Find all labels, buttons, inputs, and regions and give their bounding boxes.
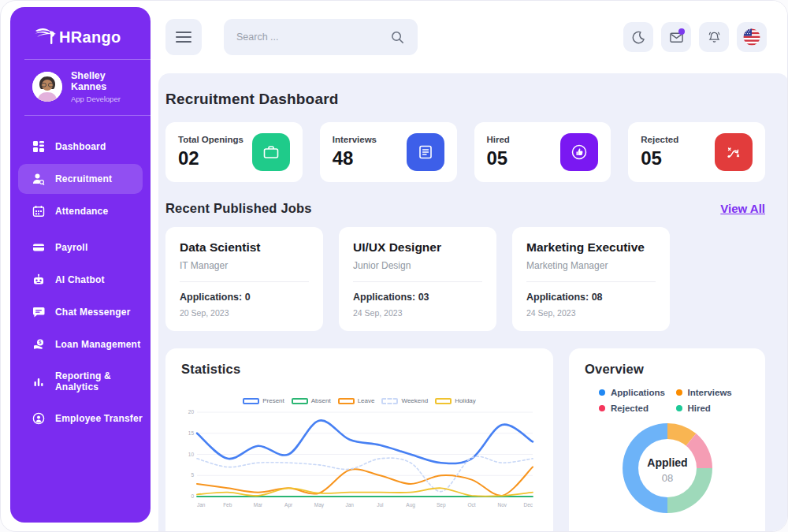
stat-value: 48 xyxy=(333,147,377,169)
legend-item-leave[interactable]: Leave xyxy=(338,397,375,404)
legend-label: Rejected xyxy=(611,404,649,413)
user-role: App Developer xyxy=(71,95,139,103)
sidebar-item-chat-messenger[interactable]: Chat Messenger xyxy=(18,297,143,327)
menu-toggle-button[interactable] xyxy=(165,19,202,55)
legend-item-rejected: Rejected xyxy=(599,404,673,413)
job-title: UI/UX Designer xyxy=(353,240,482,255)
job-subtitle: Junior Design xyxy=(353,260,482,271)
thumb-up-icon xyxy=(560,133,598,171)
avatar xyxy=(32,72,62,102)
stat-label: Rejected xyxy=(641,135,678,144)
legend-item-holiday[interactable]: Holiday xyxy=(435,397,476,404)
svg-text:May: May xyxy=(314,502,325,508)
svg-text:Jul: Jul xyxy=(377,502,384,508)
search-input[interactable] xyxy=(236,32,370,43)
moon-icon xyxy=(631,30,646,45)
sidebar-item-label: Dashboard xyxy=(55,141,106,152)
statistics-line-chart: 05101520JanFebMarAprMayJanJulAugSepOctNo… xyxy=(181,406,537,510)
robot-icon xyxy=(32,273,45,286)
sidebar-item-recruitment[interactable]: Recruitment xyxy=(18,164,143,194)
user-profile[interactable]: Shelley Kannes App Developer xyxy=(10,60,151,113)
sidebar-item-attendance[interactable]: Attendance xyxy=(18,196,143,226)
stat-card-hired: Hired 05 xyxy=(474,122,611,182)
bell-icon xyxy=(707,30,722,45)
legend-label: Leave xyxy=(358,397,375,404)
donut-wrap: Applied08 xyxy=(585,419,749,517)
sidebar-item-employee-transfer[interactable]: Employee Transfer xyxy=(18,404,143,433)
sidebar-item-label: Loan Management xyxy=(55,339,140,350)
bar-chart-icon xyxy=(32,375,45,388)
stat-value: 02 xyxy=(178,147,243,169)
svg-text:10: 10 xyxy=(188,452,195,457)
messages-button[interactable] xyxy=(661,22,691,52)
job-date: 24 Sep, 2023 xyxy=(526,308,656,318)
sidebar-nav: Dashboard Recruitment Attendance Payroll xyxy=(10,116,151,433)
job-date: 24 Sep, 2023 xyxy=(353,308,482,318)
stat-card-interviews: Interviews 48 xyxy=(320,122,457,182)
user-name: Shelley Kannes xyxy=(71,70,139,92)
app-frame: HRango Shelley Kannes App Developer xyxy=(0,0,788,532)
page-title: Recruitment Dashboard xyxy=(165,91,765,108)
sidebar: HRango Shelley Kannes App Developer xyxy=(10,7,151,523)
sidebar-item-label: AI Chatbot xyxy=(55,274,105,285)
interviews-dot xyxy=(676,389,682,396)
search-box xyxy=(224,19,418,55)
svg-text:Apr: Apr xyxy=(284,502,293,508)
job-card-marketing-executive[interactable]: Marketing Executive Marketing Manager Ap… xyxy=(512,227,670,331)
legend-label: Absent xyxy=(311,397,331,404)
notifications-button[interactable] xyxy=(699,22,729,52)
language-button[interactable] xyxy=(737,22,767,52)
legend-label: Holiday xyxy=(455,397,476,404)
sidebar-item-reporting-analytics[interactable]: Reporting & Analytics xyxy=(18,362,143,401)
sidebar-item-dashboard[interactable]: Dashboard xyxy=(18,132,143,162)
job-applications: Applications: 08 xyxy=(526,292,656,303)
rejected-dot xyxy=(599,405,605,411)
svg-text:Jan: Jan xyxy=(197,502,206,508)
sidebar-item-label: Recruitment xyxy=(55,173,112,184)
overview-panel: Overview Applications Interviews Reje xyxy=(569,348,765,532)
document-icon xyxy=(407,133,444,171)
jobs-section-title: Recent Published Jobs xyxy=(165,201,312,216)
job-applications: Applications: 0 xyxy=(180,292,309,303)
legend-swatch xyxy=(435,398,452,404)
view-all-link[interactable]: View All xyxy=(720,202,765,215)
stats-row: Total Openings 02 Interviews 48 Hired 05 xyxy=(165,122,765,182)
legend-item-weekend[interactable]: Weekend xyxy=(381,397,428,404)
svg-text:Sep: Sep xyxy=(437,502,446,508)
hired-dot xyxy=(676,405,682,411)
sidebar-item-payroll[interactable]: Payroll xyxy=(18,233,143,262)
search-icon[interactable] xyxy=(390,30,405,45)
stat-value: 05 xyxy=(487,147,510,169)
sidebar-item-ai-chatbot[interactable]: AI Chatbot xyxy=(18,265,143,295)
statistics-panel: Statistics PresentAbsentLeaveWeekendHoli… xyxy=(165,348,553,532)
applications-dot xyxy=(599,389,605,396)
logo: HRango xyxy=(10,7,151,47)
legend-label: Present xyxy=(262,397,284,404)
legend-swatch xyxy=(243,398,259,404)
sidebar-item-label: Attendance xyxy=(55,206,108,217)
svg-text:Oct: Oct xyxy=(467,502,475,508)
jobs-header: Recent Published Jobs View All xyxy=(165,201,765,216)
chat-bubble-icon xyxy=(32,306,45,318)
overview-legend: Applications Interviews Rejected Hi xyxy=(585,377,749,413)
legend-label: Interviews xyxy=(688,388,732,397)
legend-item-present[interactable]: Present xyxy=(243,397,284,404)
logo-text: HRango xyxy=(59,28,121,47)
job-card-uiux-designer[interactable]: UI/UX Designer Junior Design Application… xyxy=(339,227,496,331)
svg-text:$: $ xyxy=(39,340,41,344)
legend-item-absent[interactable]: Absent xyxy=(292,397,331,404)
svg-text:5: 5 xyxy=(191,472,194,478)
donut-center-label: Applied xyxy=(647,456,687,469)
sidebar-item-loan-management[interactable]: $ Loan Management xyxy=(18,329,143,359)
donut-center-value: 08 xyxy=(661,472,672,484)
topbar xyxy=(158,1,788,73)
job-card-data-scientist[interactable]: Data Scientist IT Manager Applications: … xyxy=(165,227,323,331)
dark-mode-button[interactable] xyxy=(623,22,653,52)
job-subtitle: IT Manager xyxy=(180,260,309,271)
stat-card-rejected: Rejected 05 xyxy=(628,122,765,182)
content-area: Recruitment Dashboard Total Openings 02 … xyxy=(158,73,788,532)
svg-text:20: 20 xyxy=(188,409,195,415)
jobs-row: Data Scientist IT Manager Applications: … xyxy=(165,227,765,331)
statistics-title: Statistics xyxy=(181,362,537,377)
person-search-icon xyxy=(32,173,45,185)
